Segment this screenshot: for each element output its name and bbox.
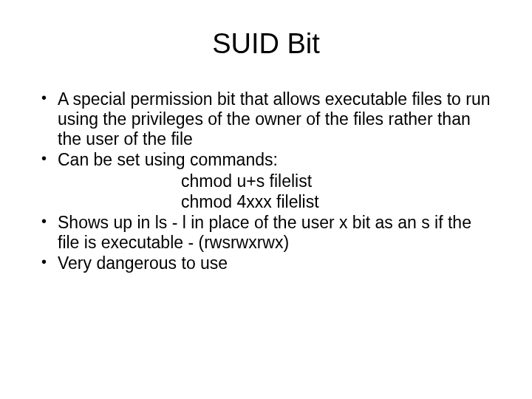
- bullet-item: Can be set using commands:: [37, 150, 495, 170]
- bullet-item: Shows up in ls - l in place of the user …: [37, 213, 495, 253]
- command-line: chmod 4xxx filelist: [37, 192, 495, 212]
- slide-content: A special permission bit that allows exe…: [37, 89, 495, 273]
- slide-title: SUID Bit: [37, 28, 495, 60]
- bullet-list: A special permission bit that allows exe…: [37, 89, 495, 171]
- bullet-list: Shows up in ls - l in place of the user …: [37, 213, 495, 273]
- bullet-item: A special permission bit that allows exe…: [37, 89, 495, 149]
- bullet-item: Very dangerous to use: [37, 253, 495, 273]
- command-line: chmod u+s filelist: [37, 171, 495, 191]
